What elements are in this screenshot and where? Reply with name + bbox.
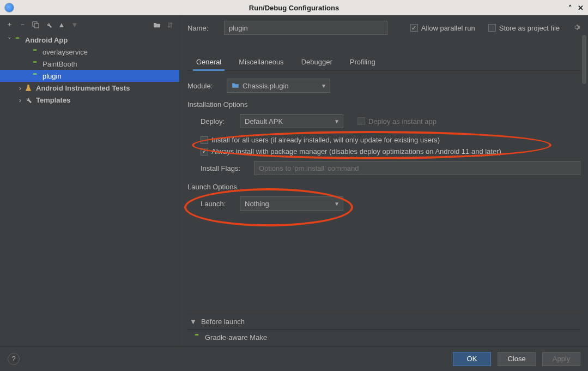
folder-import-icon[interactable] — [153, 21, 161, 28]
install-flags-label: Install Flags: — [201, 164, 247, 172]
caret-right-icon: › — [16, 84, 24, 92]
chevron-down-icon: ▼ — [334, 118, 340, 124]
store-project-label: Store as project file — [499, 24, 560, 32]
tree-label: PaintBooth — [43, 60, 77, 68]
close-button[interactable]: Close — [498, 352, 536, 366]
android-icon — [31, 47, 39, 56]
copy-icon[interactable] — [32, 21, 39, 28]
tree-label: Android Instrumented Tests — [36, 84, 130, 92]
tree-label: plugin — [43, 72, 62, 80]
wrench-icon[interactable] — [45, 21, 52, 28]
checkbox-icon — [201, 136, 208, 144]
android-icon — [31, 59, 39, 68]
checkbox-icon — [488, 24, 496, 32]
before-launch-section: ▼ Before launch Gradle-aware Make — [187, 314, 580, 345]
down-icon[interactable]: ▼ — [71, 21, 78, 28]
install-flags-input[interactable] — [254, 161, 580, 175]
module-dropdown[interactable]: Chassis.plugin ▼ — [227, 79, 330, 93]
apply-button[interactable]: Apply — [542, 352, 580, 366]
allow-parallel-label: Allow parallel run — [421, 24, 475, 32]
android-icon — [31, 71, 39, 80]
launch-label: Launch: — [201, 200, 233, 208]
always-install-pkg-mgr-label: Always install with package manager (dis… — [211, 147, 501, 155]
tree-label: Templates — [36, 96, 70, 104]
tab-bar: General Miscellaneous Debugger Profiling — [187, 53, 580, 71]
up-icon[interactable]: ▲ — [58, 21, 65, 28]
before-launch-title: Before launch — [201, 318, 245, 326]
launch-value: Nothing — [245, 200, 269, 208]
tab-profiling[interactable]: Profiling — [341, 53, 384, 70]
install-all-users-checkbox[interactable]: Install for all users (if already instal… — [201, 136, 440, 144]
deploy-value: Default APK — [245, 117, 283, 125]
titlebar: Run/Debug Configurations ˄ ✕ — [0, 0, 588, 15]
module-icon — [232, 82, 239, 90]
scrollbar-thumb[interactable] — [582, 35, 586, 84]
tree-node-android-app[interactable]: ˅ Android App — [0, 34, 179, 46]
checkbox-icon — [201, 148, 208, 155]
android-icon — [13, 35, 22, 44]
flask-icon — [24, 83, 33, 92]
chevron-down-icon: ▼ — [321, 83, 326, 89]
deploy-instant-app-label: Deploy as instant app — [368, 117, 437, 125]
deploy-instant-app-checkbox[interactable]: Deploy as instant app — [357, 117, 437, 125]
app-icon — [4, 3, 14, 13]
help-icon: ? — [11, 355, 15, 363]
tab-general[interactable]: General — [187, 53, 230, 70]
gear-icon[interactable] — [573, 23, 580, 33]
remove-icon[interactable]: － — [19, 21, 26, 28]
ok-button[interactable]: OK — [453, 352, 491, 366]
help-button[interactable]: ? — [8, 353, 20, 365]
launch-dropdown[interactable]: Nothing ▼ — [240, 196, 343, 211]
close-icon[interactable]: ✕ — [578, 4, 584, 12]
chevron-down-icon: ▼ — [334, 201, 340, 207]
tree-node-templates[interactable]: › Templates — [0, 94, 179, 106]
before-launch-item-label: Gradle-aware Make — [205, 333, 267, 342]
module-value: Chassis.plugin — [243, 82, 289, 90]
caret-down-icon: ˅ — [5, 36, 13, 44]
installation-section-title: Installation Options — [187, 100, 580, 109]
tree-item-overlayservice[interactable]: overlayservice — [0, 46, 179, 58]
tree-label: overlayservice — [43, 48, 88, 56]
name-input[interactable] — [224, 21, 387, 35]
window-title: Run/Debug Configurations — [0, 4, 588, 12]
before-launch-item[interactable]: Gradle-aware Make — [187, 329, 580, 345]
name-label: Name: — [187, 24, 217, 32]
module-label: Module: — [187, 82, 220, 90]
tree-node-instrumented[interactable]: › Android Instrumented Tests — [0, 82, 179, 94]
store-as-project-checkbox[interactable]: Store as project file — [488, 24, 560, 32]
svg-rect-1 — [34, 23, 39, 28]
install-all-users-label: Install for all users (if already instal… — [211, 136, 440, 144]
sidebar-toolbar: ＋ － ▲ ▼ — [0, 19, 179, 31]
tree-label: Android App — [25, 36, 68, 44]
checkbox-icon — [357, 117, 365, 125]
deploy-dropdown[interactable]: Default APK ▼ — [240, 114, 343, 128]
allow-parallel-checkbox[interactable]: Allow parallel run — [410, 24, 475, 32]
minimize-icon[interactable]: ˄ — [568, 4, 572, 12]
add-icon[interactable]: ＋ — [5, 21, 13, 28]
tree-item-plugin[interactable]: plugin — [0, 70, 179, 82]
config-editor: Name: Allow parallel run Store as projec… — [180, 15, 588, 345]
tree-item-paintbooth[interactable]: PaintBooth — [0, 58, 179, 70]
dialog-footer: ? OK Close Apply — [0, 346, 588, 371]
launch-section-title: Launch Options — [187, 183, 580, 191]
collapse-icon[interactable]: ▼ — [190, 318, 197, 326]
android-icon — [193, 333, 201, 342]
tab-debugger[interactable]: Debugger — [293, 53, 341, 70]
checkbox-icon — [410, 24, 418, 32]
wrench-icon — [24, 95, 33, 104]
caret-right-icon: › — [16, 96, 24, 104]
deploy-label: Deploy: — [201, 117, 233, 125]
config-tree: ˅ Android App overlayservice PaintBooth — [0, 34, 179, 106]
scrollbar[interactable] — [581, 35, 587, 318]
configurations-sidebar: ＋ － ▲ ▼ ˅ Android App — [0, 15, 180, 345]
sort-icon[interactable] — [166, 21, 174, 28]
tab-miscellaneous[interactable]: Miscellaneous — [230, 53, 292, 70]
always-install-pkg-mgr-checkbox[interactable]: Always install with package manager (dis… — [201, 147, 501, 155]
